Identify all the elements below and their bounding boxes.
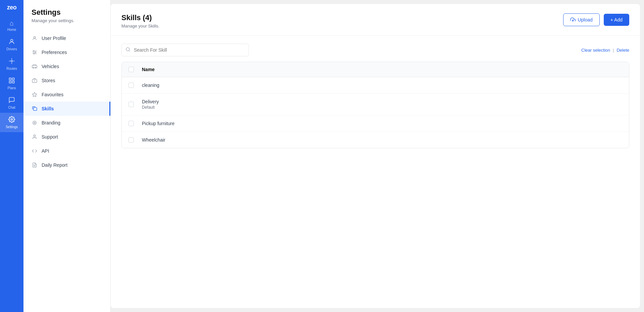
svg-point-12 bbox=[35, 52, 36, 53]
name-column-header: Name bbox=[142, 67, 155, 72]
skill-name-cleaning: cleaning bbox=[142, 83, 159, 88]
svg-point-22 bbox=[34, 122, 35, 123]
search-input[interactable] bbox=[121, 44, 249, 56]
vehicles-icon bbox=[32, 63, 38, 69]
row-checkbox-delivery[interactable] bbox=[128, 102, 134, 107]
search-bar-row: Clear selection | Delete bbox=[121, 44, 629, 56]
settings-icon bbox=[8, 116, 15, 124]
svg-point-11 bbox=[33, 51, 34, 52]
user-profile-icon bbox=[32, 35, 38, 41]
header-actions: Upload + Add bbox=[563, 13, 629, 26]
branding-icon bbox=[32, 120, 38, 126]
svg-rect-4 bbox=[9, 81, 11, 83]
svg-rect-3 bbox=[12, 78, 14, 80]
svg-point-1 bbox=[11, 60, 13, 62]
table-header: Name bbox=[122, 62, 629, 77]
skills-icon bbox=[32, 106, 38, 112]
menu-label-vehicles: Vehicles bbox=[42, 64, 59, 69]
menu-item-stores[interactable]: Stores bbox=[23, 73, 110, 88]
home-icon: ⌂ bbox=[10, 20, 14, 27]
svg-marker-20 bbox=[32, 92, 37, 97]
menu-item-support[interactable]: Support bbox=[23, 130, 110, 144]
plans-icon bbox=[8, 77, 15, 85]
action-divider: | bbox=[613, 48, 614, 53]
menu-item-user-profile[interactable]: User Profile bbox=[23, 31, 110, 45]
nav-label-settings: Settings bbox=[6, 125, 18, 129]
menu-label-api: API bbox=[42, 148, 49, 154]
nav-item-routes[interactable]: Routes bbox=[0, 54, 23, 74]
row-checkbox-cleaning[interactable] bbox=[128, 83, 134, 88]
page-subtitle: Manage your Skills. bbox=[121, 23, 159, 29]
row-checkbox-wheelchair[interactable] bbox=[128, 137, 134, 143]
upload-button[interactable]: Upload bbox=[563, 13, 599, 26]
nav-item-chat[interactable]: Chat bbox=[0, 93, 23, 113]
api-icon bbox=[32, 148, 38, 154]
menu-label-branding: Branding bbox=[42, 120, 60, 125]
menu-item-branding[interactable]: Branding bbox=[23, 116, 110, 130]
nav-bar: zeo ⌂ Home Drivers Routes Plans Chat Set… bbox=[0, 0, 23, 312]
support-icon bbox=[32, 134, 38, 140]
settings-sidebar: Settings Manage your settings. User Prof… bbox=[23, 0, 111, 312]
menu-item-preferences[interactable]: Preferences bbox=[23, 45, 110, 59]
menu-label-support: Support bbox=[42, 134, 58, 140]
add-button[interactable]: + Add bbox=[604, 14, 629, 26]
main-content: Skills (4) Manage your Skills. Upload + … bbox=[111, 4, 640, 308]
svg-point-7 bbox=[34, 37, 35, 38]
skills-table: Name cleaning Delivery Default Pickup fu… bbox=[121, 62, 629, 148]
svg-line-28 bbox=[129, 50, 130, 51]
daily-report-icon bbox=[32, 162, 38, 168]
menu-item-api[interactable]: API bbox=[23, 144, 110, 158]
delete-link[interactable]: Delete bbox=[616, 48, 629, 53]
nav-item-plans[interactable]: Plans bbox=[0, 74, 23, 93]
content-body: Clear selection | Delete Name cleaning D… bbox=[111, 36, 640, 308]
svg-point-13 bbox=[34, 53, 35, 54]
table-row: cleaning bbox=[122, 77, 629, 94]
menu-label-daily-report: Daily Report bbox=[42, 162, 67, 168]
svg-rect-14 bbox=[32, 65, 37, 68]
nav-item-drivers[interactable]: Drivers bbox=[0, 35, 23, 54]
settings-subtitle: Manage your settings. bbox=[23, 18, 110, 23]
drivers-icon bbox=[8, 38, 15, 46]
nav-item-settings[interactable]: Settings bbox=[0, 113, 23, 132]
select-all-checkbox[interactable] bbox=[128, 67, 134, 72]
menu-label-preferences: Preferences bbox=[42, 50, 67, 55]
clear-selection-link[interactable]: Clear selection bbox=[581, 48, 610, 53]
menu-item-favourites[interactable]: Favourites bbox=[23, 88, 110, 102]
svg-rect-2 bbox=[9, 78, 11, 80]
menu-item-vehicles[interactable]: Vehicles bbox=[23, 59, 110, 73]
svg-point-23 bbox=[34, 135, 35, 137]
nav-label-chat: Chat bbox=[8, 106, 15, 109]
skill-name-delivery: Delivery bbox=[142, 99, 159, 104]
skill-name-wheelchair: Wheelchair bbox=[142, 137, 165, 143]
nav-label-plans: Plans bbox=[7, 86, 16, 90]
row-checkbox-pickup[interactable] bbox=[128, 121, 134, 126]
search-actions: Clear selection | Delete bbox=[581, 48, 629, 53]
upload-icon bbox=[570, 17, 576, 22]
table-row: Wheelchair bbox=[122, 132, 629, 148]
svg-point-21 bbox=[33, 121, 37, 125]
favourites-icon bbox=[32, 92, 38, 98]
nav-label-routes: Routes bbox=[6, 67, 17, 70]
svg-point-0 bbox=[11, 39, 13, 42]
menu-label-stores: Stores bbox=[42, 78, 55, 83]
preferences-icon bbox=[32, 49, 38, 55]
menu-label-skills: Skills bbox=[42, 106, 54, 111]
skill-name-pickup: Pickup furniture bbox=[142, 121, 174, 126]
skill-name-delivery-secondary: Default bbox=[142, 105, 159, 110]
content-header: Skills (4) Manage your Skills. Upload + … bbox=[111, 4, 640, 36]
svg-rect-5 bbox=[12, 81, 14, 83]
svg-point-6 bbox=[11, 119, 13, 120]
nav-item-home[interactable]: ⌂ Home bbox=[0, 16, 23, 35]
chat-icon bbox=[8, 97, 15, 104]
menu-label-favourites: Favourites bbox=[42, 92, 63, 97]
settings-title: Settings bbox=[23, 8, 110, 17]
stores-icon bbox=[32, 77, 38, 84]
nav-label-drivers: Drivers bbox=[6, 47, 17, 51]
search-wrapper bbox=[121, 44, 249, 56]
table-row: Pickup furniture bbox=[122, 115, 629, 132]
menu-item-daily-report[interactable]: Daily Report bbox=[23, 158, 110, 172]
table-row: Delivery Default bbox=[122, 94, 629, 115]
svg-point-27 bbox=[126, 48, 129, 51]
menu-item-skills[interactable]: Skills bbox=[23, 102, 110, 116]
search-icon bbox=[125, 47, 130, 53]
